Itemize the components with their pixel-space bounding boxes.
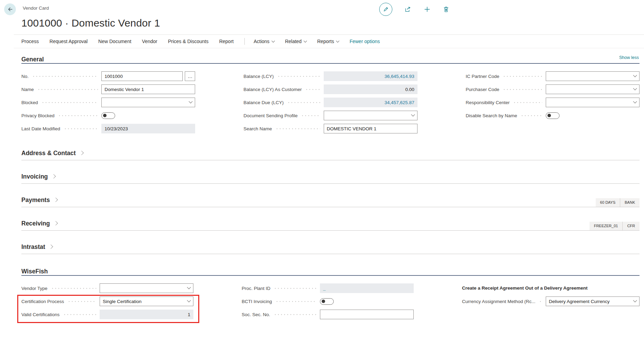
field-row-balance-as-customer: Balance (LCY) As Customer 0.00 [243, 84, 417, 94]
field-row-balance-due: Balance Due (LCY) 34,457,625.87 [243, 98, 417, 107]
field-label: IC Partner Code [466, 74, 500, 79]
general-column-1: No. … Name Blocked Privacy Blo [21, 71, 195, 137]
proc-plant-id-value: _ [320, 283, 414, 293]
last-date-modified-value: 10/23/2023 [101, 124, 195, 133]
menu-dropdown-reports[interactable]: Reports [317, 39, 339, 44]
dotted-leader [68, 301, 96, 302]
section-invoicing[interactable]: Invoicing [21, 173, 640, 184]
general-column-3: IC Partner Code Purchaser Code Responsib… [466, 71, 640, 137]
dotted-leader [63, 314, 96, 315]
bcti-invoicing-toggle[interactable] [320, 298, 334, 305]
dotted-leader [275, 128, 320, 129]
field-label: Blocked [21, 100, 38, 105]
purchaser-code-dropdown[interactable] [546, 84, 640, 94]
privacy-blocked-toggle[interactable] [101, 112, 115, 119]
name-input[interactable] [101, 84, 195, 94]
document-sending-profile-dropdown[interactable] [324, 111, 417, 120]
dotted-leader [287, 102, 320, 103]
field-label: Search Name [243, 126, 272, 131]
menu-item-prices-discounts[interactable]: Prices & Discounts [168, 39, 208, 44]
wisefish-column-2: Proc. Plant ID _ BCTI Invoicing Soc. Sec… [242, 283, 414, 323]
field-label: BCTI Invoicing [242, 299, 272, 304]
field-label: Disable Search by Name [466, 113, 517, 118]
chevron-down-icon [633, 87, 637, 90]
assist-edit-button[interactable]: … [185, 71, 195, 81]
new-button[interactable] [423, 6, 431, 13]
menu-item-report[interactable]: Report [219, 39, 234, 44]
chevron-right-icon [53, 198, 58, 202]
dotted-leader [503, 76, 542, 77]
page-type-label: Vendor Card [23, 6, 49, 11]
field-label: Document Sending Profile [243, 113, 298, 118]
wisefish-section-title[interactable]: WiseFish [21, 268, 48, 278]
dotted-leader [58, 115, 98, 116]
menu-item-vendor[interactable]: Vendor [142, 39, 157, 44]
field-label: Certification Process [21, 299, 64, 304]
payment-method-badge: BANK [620, 198, 640, 207]
section-address-contact[interactable]: Address & Contact [21, 150, 640, 160]
share-button[interactable] [404, 6, 412, 13]
field-row-proc-plant-id: Proc. Plant ID _ [242, 283, 414, 293]
menu-item-process[interactable]: Process [21, 39, 39, 44]
field-label: Purchaser Code [466, 87, 500, 92]
top-bar: Vendor Card [0, 0, 644, 16]
field-row-ic-partner-code: IC Partner Code [466, 71, 640, 81]
no-input[interactable] [101, 71, 183, 81]
blocked-dropdown[interactable] [101, 98, 195, 107]
share-icon [404, 6, 412, 13]
menu-divider [244, 38, 245, 45]
field-row-no: No. … [21, 71, 195, 81]
chevron-right-icon [79, 151, 84, 155]
chevron-down-icon [633, 73, 637, 77]
section-payments[interactable]: Payments 60 DAYS BANK [21, 197, 640, 207]
menu-item-new-document[interactable]: New Document [98, 39, 131, 44]
toggle-knob [547, 114, 551, 117]
wisefish-fields-grid: Vendor Type Certification Process Single… [21, 283, 640, 323]
disable-search-by-name-toggle[interactable] [546, 112, 560, 119]
location-badge: FREEZER_01 [590, 222, 623, 230]
section-receiving[interactable]: Receiving FREEZER_01 CFR [21, 220, 640, 231]
action-toolbar [379, 3, 450, 16]
general-section-title[interactable]: General [21, 56, 44, 66]
show-less-link[interactable]: Show less [619, 55, 639, 60]
field-row-balance-lcy: Balance (LCY) 36,645,414.93 [243, 71, 417, 81]
field-row-bcti-invoicing: BCTI Invoicing [242, 296, 414, 306]
menu-dropdown-actions[interactable]: Actions [254, 39, 274, 44]
dotted-leader [521, 115, 542, 116]
certification-process-dropdown[interactable]: Single Certification [100, 296, 193, 306]
section-intrastat[interactable]: Intrastat [21, 243, 640, 254]
soc-sec-no-input[interactable] [320, 310, 414, 319]
field-row-search-name: Search Name [243, 124, 417, 133]
dotted-leader [274, 314, 316, 315]
trash-icon [443, 6, 450, 13]
dotted-leader [539, 301, 542, 302]
chevron-down-icon [271, 39, 275, 43]
dotted-leader [32, 76, 98, 77]
dotted-leader [503, 89, 542, 90]
field-row-vendor-type: Vendor Type [21, 283, 193, 293]
menu-dropdown-related[interactable]: Related [285, 39, 306, 44]
receipt-agreement-group-heading: Create a Receipt Agreement Out of a Deli… [462, 283, 640, 293]
balance-due-value[interactable]: 34,457,625.87 [324, 98, 417, 107]
field-row-last-date-modified: Last Date Modified 10/23/2023 [21, 124, 195, 133]
general-column-2: Balance (LCY) 36,645,414.93 Balance (LCY… [243, 71, 417, 137]
balance-lcy-value[interactable]: 36,645,414.93 [324, 71, 417, 81]
field-label: Responsibility Center [466, 100, 510, 105]
search-name-input[interactable] [324, 124, 417, 133]
back-button[interactable] [4, 3, 16, 15]
menu-item-request-approval[interactable]: Request Approval [50, 39, 88, 44]
balance-as-customer-value: 0.00 [324, 84, 417, 94]
chevron-down-icon [187, 299, 191, 302]
field-row-soc-sec-no: Soc. Sec. No. [242, 310, 414, 319]
edit-button[interactable] [379, 3, 392, 16]
delete-button[interactable] [443, 6, 450, 13]
field-label: Soc. Sec. No. [242, 312, 270, 317]
vendor-type-dropdown[interactable] [100, 283, 193, 293]
valid-certifications-value: 1 [100, 310, 193, 319]
currency-assignment-method-dropdown[interactable]: Delivery Agreement Currency [546, 296, 640, 306]
dotted-leader [41, 102, 98, 103]
ic-partner-code-dropdown[interactable] [546, 71, 640, 81]
chevron-down-icon [336, 39, 339, 43]
responsibility-center-dropdown[interactable] [546, 98, 640, 107]
fewer-options-link[interactable]: Fewer options [350, 39, 380, 44]
